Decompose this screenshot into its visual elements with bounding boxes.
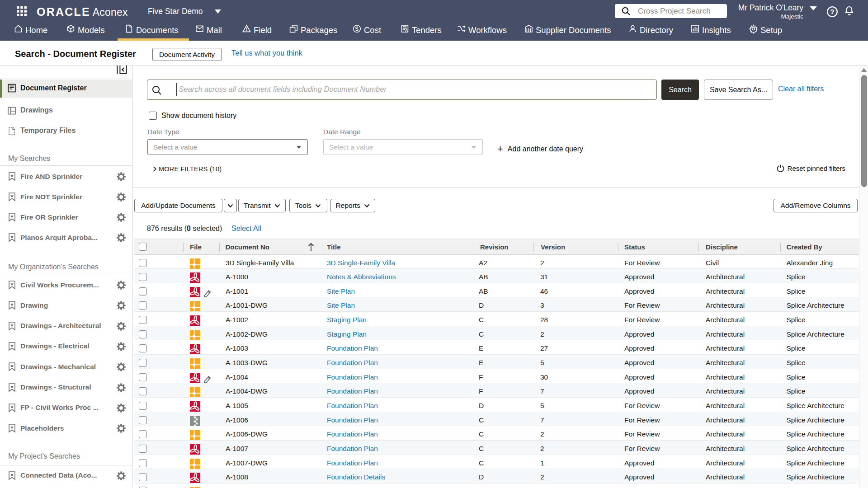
svg-text:?: ?	[830, 8, 834, 15]
